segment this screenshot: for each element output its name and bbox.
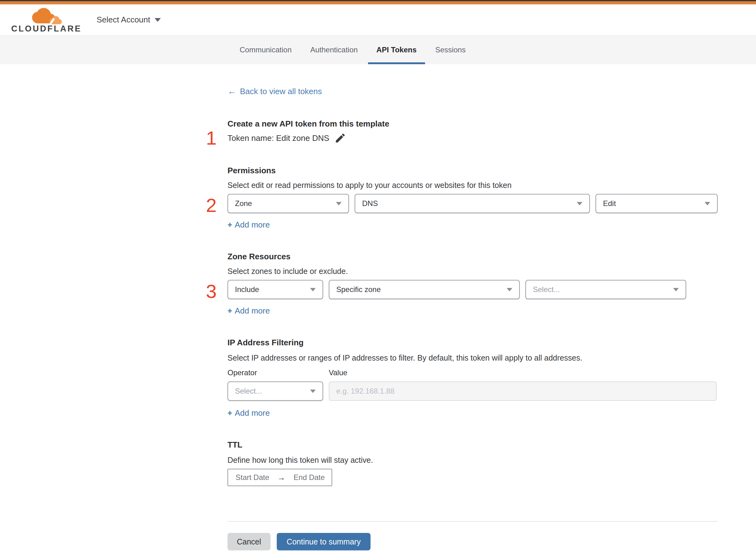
permission-access-value: Edit xyxy=(603,199,616,208)
end-date-label: End Date xyxy=(293,473,325,482)
main-content: 1 2 3 ← Back to view all tokens Create a… xyxy=(0,64,756,550)
tab-api-tokens[interactable]: API Tokens xyxy=(368,36,425,64)
active-tab-underline xyxy=(368,62,425,64)
chevron-down-icon xyxy=(673,288,679,292)
zone-select[interactable]: Select... xyxy=(525,280,686,299)
permission-scope-value: Zone xyxy=(235,199,252,208)
chevron-down-icon xyxy=(705,202,710,205)
plus-icon: + xyxy=(227,408,232,418)
add-more-label: Add more xyxy=(235,306,270,316)
edit-pencil-icon[interactable] xyxy=(334,132,346,144)
zone-select-placeholder: Select... xyxy=(533,285,560,294)
ip-filtering-description: Select IP addresses or ranges of IP addr… xyxy=(227,353,718,363)
zone-type-value: Specific zone xyxy=(336,285,381,294)
zone-resources-description: Select zones to include or exclude. xyxy=(227,266,718,276)
ip-filtering-labels: Operator Value xyxy=(227,368,718,377)
add-more-permissions-link[interactable]: + Add more xyxy=(227,219,270,230)
cloudflare-logo[interactable]: CLOUDFLARE xyxy=(11,7,82,33)
tab-sessions[interactable]: Sessions xyxy=(427,36,474,64)
tab-authentication[interactable]: Authentication xyxy=(302,36,366,64)
tab-bar: Communication Authentication API Tokens … xyxy=(0,35,756,64)
ttl-description: Define how long this token will stay act… xyxy=(227,455,718,465)
ttl-heading: TTL xyxy=(227,439,718,450)
permission-access-select[interactable]: Edit xyxy=(596,194,718,213)
permissions-description: Select edit or read permissions to apply… xyxy=(227,180,718,190)
top-accent-bar xyxy=(0,1,756,4)
template-heading: Create a new API token from this templat… xyxy=(227,118,718,129)
continue-button[interactable]: Continue to summary xyxy=(277,533,371,550)
chevron-down-icon xyxy=(336,202,341,205)
permission-service-select[interactable]: DNS xyxy=(354,194,590,213)
tab-label: Authentication xyxy=(310,45,358,54)
ip-filtering-heading: IP Address Filtering xyxy=(227,337,718,348)
permissions-row: Zone DNS Edit xyxy=(227,194,718,213)
chevron-down-icon xyxy=(154,18,161,22)
zone-mode-select[interactable]: Include xyxy=(227,280,323,299)
zone-resources-heading: Zone Resources xyxy=(227,251,718,262)
chevron-down-icon xyxy=(577,202,583,205)
operator-select[interactable]: Select... xyxy=(227,382,323,401)
permission-scope-select[interactable]: Zone xyxy=(227,194,349,213)
tab-label: Communication xyxy=(240,45,292,54)
add-more-zones-link[interactable]: + Add more xyxy=(227,306,270,316)
value-label: Value xyxy=(329,368,347,377)
arrow-right-icon: → xyxy=(277,473,285,482)
chevron-down-icon xyxy=(310,288,316,292)
logo-text: CLOUDFLARE xyxy=(11,25,82,33)
step-number-1: 1 xyxy=(199,128,223,148)
permissions-heading: Permissions xyxy=(227,165,718,176)
account-selector[interactable]: Select Account xyxy=(97,15,161,25)
plus-icon: + xyxy=(227,219,232,230)
footer-actions: Cancel Continue to summary xyxy=(227,533,718,550)
date-range-picker[interactable]: Start Date → End Date xyxy=(227,469,332,486)
zone-mode-value: Include xyxy=(235,285,259,294)
cancel-button[interactable]: Cancel xyxy=(227,533,270,550)
start-date-label: Start Date xyxy=(235,473,269,482)
app-header: CLOUDFLARE Select Account xyxy=(0,4,756,35)
tab-label: Sessions xyxy=(435,45,466,54)
ip-filtering-row: Select... xyxy=(227,382,718,401)
token-name-row: Token name: Edit zone DNS xyxy=(227,132,718,144)
back-link[interactable]: ← Back to view all tokens xyxy=(227,86,322,97)
operator-select-placeholder: Select... xyxy=(235,387,262,396)
step-number-3: 3 xyxy=(199,282,223,301)
back-link-label: Back to view all tokens xyxy=(240,86,322,97)
plus-icon: + xyxy=(227,306,232,316)
account-selector-label: Select Account xyxy=(97,15,150,25)
chevron-down-icon xyxy=(310,390,316,393)
zone-type-select[interactable]: Specific zone xyxy=(329,280,520,299)
tab-label: API Tokens xyxy=(376,45,417,54)
token-name-text: Token name: Edit zone DNS xyxy=(227,132,329,144)
value-input[interactable] xyxy=(329,382,717,401)
add-more-label: Add more xyxy=(235,408,270,418)
footer-divider xyxy=(227,521,718,522)
operator-label: Operator xyxy=(227,368,329,377)
tab-communication[interactable]: Communication xyxy=(231,36,300,64)
permission-service-value: DNS xyxy=(362,199,378,208)
step-number-2: 2 xyxy=(199,196,223,215)
form-column: ← Back to view all tokens Create a new A… xyxy=(227,64,718,550)
zone-resources-row: Include Specific zone Select... xyxy=(227,280,718,299)
add-more-ip-link[interactable]: + Add more xyxy=(227,408,270,418)
arrow-left-icon: ← xyxy=(227,86,236,97)
chevron-down-icon xyxy=(507,288,512,292)
add-more-label: Add more xyxy=(235,219,270,230)
